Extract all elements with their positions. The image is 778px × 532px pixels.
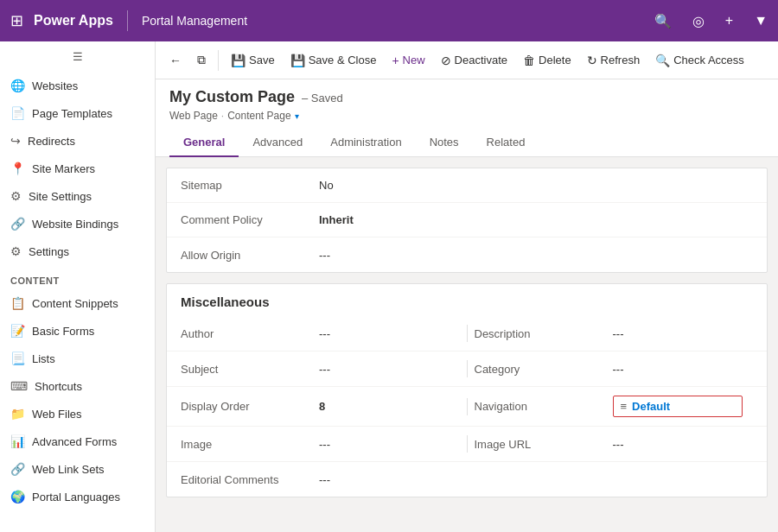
sidebar-label-website-bindings: Website Bindings — [32, 218, 118, 231]
navigation-list-icon: ≡ — [621, 400, 628, 413]
misc-section-title: Miscellaneous — [167, 284, 767, 316]
tab-general[interactable]: General — [169, 129, 239, 157]
websites-icon: 🌐 — [10, 79, 25, 92]
sidebar-label-web-files: Web Files — [32, 408, 82, 421]
tab-administration[interactable]: Administration — [316, 129, 415, 157]
delete-button[interactable]: 🗑 Delete — [516, 50, 578, 71]
search-icon[interactable]: 🔍 — [654, 13, 672, 29]
sidebar-label-websites: Websites — [32, 79, 78, 92]
portal-title: Portal Management — [142, 14, 247, 28]
comment-policy-row: Comment Policy Inherit — [167, 203, 767, 238]
deactivate-label: Deactivate — [455, 54, 507, 66]
basic-forms-icon: 📝 — [10, 324, 25, 338]
sidebar-label-page-templates: Page Templates — [32, 107, 112, 120]
lists-icon: 📃 — [10, 352, 25, 365]
new-button[interactable]: + New — [385, 50, 431, 71]
tab-related[interactable]: Related — [473, 129, 539, 157]
app-grid-icon[interactable]: ⊞ — [10, 11, 23, 30]
author-col: Author --- — [181, 327, 460, 340]
save-close-icon: 💾 — [290, 54, 305, 67]
sidebar-item-site-settings[interactable]: ⚙ Site Settings — [0, 182, 155, 210]
settings-icon[interactable]: ◎ — [692, 13, 705, 29]
navigation-value: Default — [632, 400, 670, 413]
image-url-value: --- — [613, 438, 754, 451]
deactivate-button[interactable]: ⊘ Deactivate — [434, 50, 514, 71]
sidebar-label-portal-languages: Portal Languages — [32, 491, 120, 504]
shortcuts-icon: ⌨ — [10, 379, 28, 393]
navigation-col: Navigation ≡ Default — [475, 396, 754, 417]
site-settings-icon: ⚙ — [10, 189, 22, 203]
sidebar: ☰ 🌐 Websites 📄 Page Templates ↪ Redirect… — [0, 41, 156, 532]
description-value: --- — [613, 327, 754, 340]
category-col: Category --- — [475, 363, 754, 376]
sidebar-label-lists: Lists — [32, 352, 55, 365]
page-templates-icon: 📄 — [10, 106, 25, 120]
back-icon: ← — [169, 54, 182, 67]
toolbar: ← ⧉ 💾 Save 💾 Save & Close + New ⊘ Deacti… — [156, 41, 778, 79]
sidebar-item-lists[interactable]: 📃 Lists — [0, 345, 155, 372]
web-link-sets-icon: 🔗 — [10, 462, 25, 476]
main-layout: ☰ 🌐 Websites 📄 Page Templates ↪ Redirect… — [0, 41, 778, 532]
web-files-icon: 📁 — [10, 407, 25, 421]
copy-icon: ⧉ — [197, 53, 206, 67]
check-access-label: Check Access — [673, 54, 744, 66]
subject-label: Subject — [181, 363, 319, 376]
subject-col: Subject --- — [181, 363, 460, 376]
breadcrumb-web-page: Web Page — [169, 110, 218, 122]
new-icon: + — [392, 54, 399, 67]
sidebar-item-web-link-sets[interactable]: 🔗 Web Link Sets — [0, 455, 155, 483]
allow-origin-label: Allow Origin — [181, 249, 319, 262]
save-label: Save — [249, 54, 275, 66]
tab-advanced[interactable]: Advanced — [239, 129, 316, 157]
content-section-label: Content — [0, 265, 155, 289]
navigation-label: Navigation — [475, 400, 613, 413]
misc-section-card: Miscellaneous Author --- Description --- — [166, 283, 768, 497]
page-title: My Custom Page — [169, 88, 295, 106]
content-area: Sitemap No Comment Policy Inherit Allow … — [156, 157, 778, 532]
col-separator-4 — [467, 435, 468, 453]
save-button[interactable]: 💾 Save — [224, 50, 282, 71]
breadcrumb-content-page[interactable]: Content Page — [227, 110, 290, 122]
refresh-button[interactable]: ↻ Refresh — [580, 50, 647, 71]
sidebar-item-web-files[interactable]: 📁 Web Files — [0, 400, 155, 428]
category-label: Category — [475, 363, 613, 376]
delete-label: Delete — [539, 54, 571, 66]
tab-notes[interactable]: Notes — [416, 129, 473, 157]
sidebar-item-shortcuts[interactable]: ⌨ Shortcuts — [0, 372, 155, 400]
sidebar-item-advanced-forms[interactable]: 📊 Advanced Forms — [0, 428, 155, 455]
breadcrumb-chevron-icon[interactable]: ▾ — [295, 111, 299, 121]
subject-category-row: Subject --- Category --- — [167, 352, 767, 387]
sidebar-item-websites[interactable]: 🌐 Websites — [0, 72, 155, 99]
copy-button[interactable]: ⧉ — [190, 49, 213, 71]
sidebar-label-advanced-forms: Advanced Forms — [32, 435, 117, 448]
sitemap-label: Sitemap — [181, 179, 319, 192]
category-value: --- — [613, 363, 754, 376]
col-separator — [467, 325, 468, 342]
display-order-navigation-row: Display Order 8 Navigation ≡ Default — [167, 387, 767, 427]
menu-icon[interactable]: ☰ — [0, 41, 155, 72]
sidebar-item-redirects[interactable]: ↪ Redirects — [0, 127, 155, 155]
save-close-button[interactable]: 💾 Save & Close — [284, 50, 384, 71]
allow-origin-value: --- — [319, 249, 753, 262]
sidebar-label-site-markers: Site Markers — [32, 162, 95, 175]
sidebar-label-basic-forms: Basic Forms — [32, 325, 94, 338]
top-section-card: Sitemap No Comment Policy Inherit Allow … — [166, 168, 768, 273]
save-icon: 💾 — [231, 54, 246, 67]
sitemap-row: Sitemap No — [167, 168, 767, 203]
sidebar-item-site-markers[interactable]: 📍 Site Markers — [0, 155, 155, 182]
navigation-field[interactable]: ≡ Default — [613, 396, 743, 417]
sidebar-item-portal-languages[interactable]: 🌍 Portal Languages — [0, 483, 155, 510]
back-button[interactable]: ← — [163, 50, 188, 71]
sidebar-item-website-bindings[interactable]: 🔗 Website Bindings — [0, 210, 155, 238]
sidebar-item-content-snippets[interactable]: 📋 Content Snippets — [0, 289, 155, 317]
check-access-button[interactable]: 🔍 Check Access — [648, 50, 751, 71]
page-saved-status: – Saved — [302, 92, 343, 104]
add-icon[interactable]: + — [725, 13, 733, 28]
col-separator-2 — [467, 360, 468, 377]
sidebar-item-basic-forms[interactable]: 📝 Basic Forms — [0, 317, 155, 345]
filter-icon[interactable]: ▼ — [754, 13, 768, 28]
sidebar-item-settings[interactable]: ⚙ Settings — [0, 238, 155, 265]
nav-separator — [127, 10, 128, 31]
editorial-comments-label: Editorial Comments — [181, 473, 319, 486]
sidebar-item-page-templates[interactable]: 📄 Page Templates — [0, 99, 155, 127]
